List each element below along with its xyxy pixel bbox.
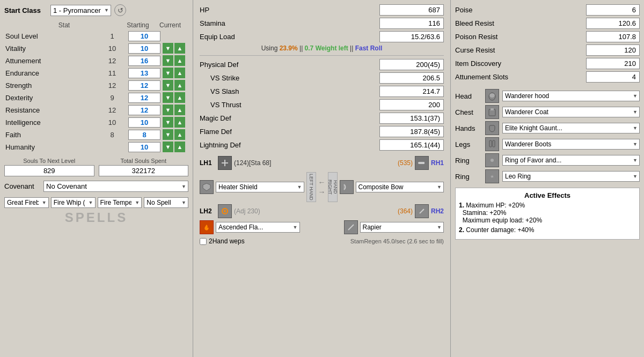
flame-def-value: 187.8(45) — [379, 126, 444, 137]
vs-thrust-row: VS Thrust 200 — [200, 99, 444, 110]
poison-resist-row: Poison Resist 107.8 — [455, 31, 640, 42]
stamina-value: 116 — [379, 18, 444, 29]
stat-row-resistance: Resistance 12 12 ▼ ▲ — [4, 105, 188, 115]
svg-rect-1 — [224, 160, 225, 166]
lh1-weapon-wrapper: Heater Shield — [216, 182, 304, 192]
magic-def-value: 153.1(37) — [379, 113, 444, 124]
rh1-weapon-select[interactable]: Composite Bow — [356, 182, 444, 192]
stat-current-faith: 8 — [128, 130, 160, 140]
endurance-decrease-button[interactable]: ▼ — [163, 68, 173, 78]
spell-3-select[interactable]: Fire Tempest (1) — [98, 197, 142, 208]
stat-col-label: Stat — [6, 21, 122, 29]
rh2-weapon-select[interactable]: Rapier — [360, 222, 444, 233]
middle-panel: HP 687 Stamina 116 Equip Load 15.2/63.6 … — [193, 0, 451, 357]
vs-strike-label: VS Strike — [200, 74, 275, 82]
lh2-row: LH2 (Adj 230) (364) RH2 — [200, 204, 444, 218]
stat-name-attunement: Attunement — [5, 57, 96, 65]
hands-equip-select[interactable]: Elite Knight Gaunt... — [502, 123, 640, 133]
twohand-checkbox[interactable] — [200, 238, 207, 245]
chest-equip-select[interactable]: Wanderer Coat — [502, 107, 640, 117]
start-class-select-wrapper: 1 - Pyromancer — [50, 5, 111, 16]
ring1-equip-select[interactable]: Ring of Favor and... — [502, 155, 640, 166]
faith-increase-button[interactable]: ▲ — [174, 129, 185, 140]
stat-buttons-endurance: ▼ ▲ — [160, 68, 187, 78]
poison-resist-value: 107.8 — [586, 31, 640, 42]
chest-equip-icon — [485, 105, 499, 119]
stat-current-attunement: 16 — [128, 56, 160, 66]
refresh-button[interactable]: ↺ — [114, 4, 126, 16]
svg-marker-4 — [203, 183, 210, 191]
strength-decrease-button[interactable]: ▼ — [163, 80, 173, 91]
active-effect-1: 1. Maximum HP: +20% Stamina: +20% Maximu… — [459, 202, 636, 224]
legs-equip-select[interactable]: Wanderer Boots — [502, 139, 640, 150]
attunement-increase-button[interactable]: ▲ — [174, 55, 185, 66]
resistance-increase-button[interactable]: ▲ — [174, 105, 185, 115]
ring2-equip-select[interactable]: Leo Ring — [502, 171, 640, 182]
strength-increase-button[interactable]: ▲ — [174, 80, 185, 91]
svg-point-19 — [491, 159, 494, 162]
stat-current-soul-level: 10 — [128, 31, 160, 41]
humanity-decrease-button[interactable]: ▼ — [163, 142, 173, 152]
ring1-equip-wrapper: Ring of Favor and... — [502, 155, 640, 166]
stat-row-intelligence: Intelligence 10 10 ▼ ▲ — [4, 117, 188, 128]
vitality-increase-button[interactable]: ▲ — [174, 43, 185, 54]
bleed-resist-label: Bleed Resist — [455, 19, 525, 27]
stat-start-endurance: 11 — [96, 69, 128, 77]
spell-4-wrapper: No Spell — [144, 197, 188, 208]
hp-row: HP 687 — [200, 4, 444, 16]
stat-current-strength: 12 — [128, 80, 160, 91]
spell-2-select[interactable]: Fire Whip (1) — [51, 197, 96, 208]
flame-def-row: Flame Def 187.8(45) — [200, 126, 444, 137]
ring1-equip-row: Ring Ring of Favor and... — [455, 153, 640, 167]
lh1-damage: (535) — [398, 159, 413, 167]
twohand-checkbox-area: 2Hand weps — [200, 237, 245, 245]
bleed-resist-row: Bleed Resist 120.6 — [455, 18, 640, 29]
lh2-weapon-select[interactable]: Ascended Fla... — [216, 222, 300, 233]
vs-slash-value: 214.7 — [379, 86, 444, 97]
spell-4-select[interactable]: No Spell — [144, 197, 188, 208]
intelligence-increase-button[interactable]: ▲ — [174, 117, 185, 128]
humanity-increase-button[interactable]: ▲ — [174, 142, 185, 152]
spell-1-select[interactable]: Great Fireball (1) — [4, 197, 49, 208]
attunement-decrease-button[interactable]: ▼ — [163, 55, 173, 66]
lh2-weapon-wrapper: Ascended Fla... — [216, 222, 300, 233]
dexterity-decrease-button[interactable]: ▼ — [163, 92, 173, 103]
intelligence-decrease-button[interactable]: ▼ — [163, 117, 173, 128]
heater-shield-icon — [200, 180, 214, 194]
starting-col-label: Starting — [122, 21, 154, 29]
endurance-increase-button[interactable]: ▲ — [174, 68, 185, 78]
faith-decrease-button[interactable]: ▼ — [163, 129, 173, 140]
lh2-label: LH2 — [200, 207, 216, 215]
vs-thrust-label: VS Thrust — [200, 101, 275, 109]
spell-2-wrapper: Fire Whip (1) — [51, 197, 96, 208]
item-discovery-label: Item Discovery — [455, 59, 525, 68]
hp-label: HP — [200, 6, 275, 14]
dexterity-increase-button[interactable]: ▲ — [174, 92, 185, 103]
arrows-divider: ← → — [318, 178, 326, 196]
vitality-decrease-button[interactable]: ▼ — [163, 43, 173, 54]
covenant-label: Covenant — [4, 182, 39, 190]
active-effect-2: 2. Counter damage: +40% — [459, 226, 636, 234]
stat-name-soul-level: Soul Level — [5, 32, 96, 40]
stat-buttons-strength: ▼ ▲ — [160, 80, 187, 91]
attunement-slots-row: Attunement Slots 4 — [455, 71, 640, 83]
start-class-select[interactable]: 1 - Pyromancer — [50, 5, 111, 16]
equip-load-row: Equip Load 15.2/63.6 — [200, 31, 444, 42]
active-effects-title: Active Effects — [459, 191, 636, 199]
head-equip-icon — [485, 89, 499, 103]
weapon-selects-row2: Ascended Fla... Rapier — [200, 220, 444, 234]
start-class-row: Start Class 1 - Pyromancer ↺ — [4, 4, 188, 16]
covenant-select[interactable]: No Covenant — [43, 181, 188, 192]
ring2-equip-row: Ring Leo Ring — [455, 169, 640, 183]
start-class-label: Start Class — [4, 6, 47, 14]
lh1-weapon-select[interactable]: Heater Shield — [216, 182, 304, 192]
hands-equip-row: Hands Elite Knight Gaunt... — [455, 121, 640, 135]
lh1-icon — [218, 156, 232, 170]
resistance-decrease-button[interactable]: ▼ — [163, 105, 173, 115]
stat-row-strength: Strength 12 12 ▼ ▲ — [4, 80, 188, 91]
head-equip-select[interactable]: Wanderer hood — [502, 91, 640, 101]
lh2-stats: (Adj 230) — [234, 207, 260, 215]
stat-start-intelligence: 10 — [96, 118, 128, 127]
vs-slash-row: VS Slash 214.7 — [200, 86, 444, 97]
covenant-row: Covenant No Covenant — [4, 181, 188, 192]
